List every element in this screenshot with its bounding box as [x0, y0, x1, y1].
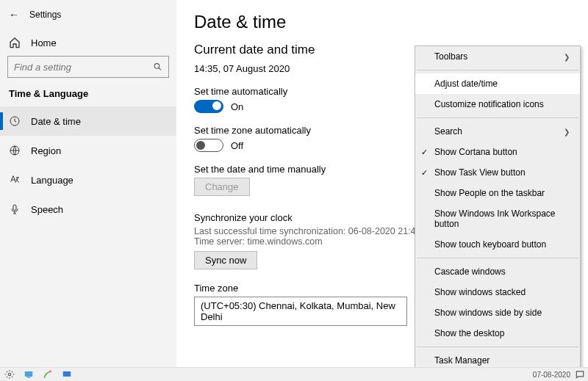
search-icon — [153, 62, 162, 72]
home-icon — [9, 37, 21, 48]
context-menu-separator — [417, 70, 578, 70]
toggle-state: Off — [231, 140, 243, 151]
nav-label: Language — [31, 175, 74, 186]
taskbar-icon-4[interactable] — [60, 368, 74, 381]
sidebar-home[interactable]: Home — [0, 29, 176, 56]
svg-point-0 — [154, 64, 159, 69]
context-menu-item[interactable]: Show windows side by side — [415, 302, 580, 323]
context-menu-item[interactable]: Customize notification icons — [415, 94, 580, 115]
page-title: Date & time — [194, 12, 570, 32]
context-menu-item-label: Show touch keyboard button — [434, 239, 546, 250]
nav-label: Speech — [31, 204, 63, 215]
context-menu-item-label: Search — [434, 126, 462, 137]
search-input[interactable] — [14, 62, 153, 73]
timezone-dropdown[interactable]: (UTC+05:30) Chennai, Kolkata, Mumbai, Ne… — [194, 297, 407, 326]
nav-date-time[interactable]: Date & time — [0, 106, 176, 136]
context-menu-item[interactable]: Show Windows Ink Workspace button — [415, 203, 580, 234]
context-menu-item-label: Customize notification icons — [434, 99, 544, 109]
svg-point-6 — [8, 373, 11, 376]
toggle-state: On — [231, 101, 243, 112]
nav-region[interactable]: Region — [0, 136, 176, 165]
svg-rect-8 — [27, 377, 31, 378]
context-menu-item[interactable]: Show Cortana button — [415, 142, 580, 162]
context-menu-item-label: Adjust date/time — [434, 79, 498, 89]
context-menu-item[interactable]: Show Task View button — [415, 162, 580, 183]
nav-label: Date & time — [31, 116, 81, 127]
context-menu-item-label: Show Cortana button — [434, 147, 517, 157]
sidebar-home-label: Home — [31, 37, 57, 48]
search-wrap — [0, 56, 176, 84]
notification-icon[interactable] — [575, 369, 585, 380]
taskbar-icon-2[interactable] — [22, 368, 35, 381]
svg-rect-4 — [13, 205, 16, 210]
context-menu-separator — [417, 346, 578, 347]
context-menu-item-label: Task Manager — [434, 355, 490, 366]
context-menu-item-label: Show Windows Ink Workspace button — [434, 208, 570, 229]
context-menu-item-label: Show the desktop — [434, 328, 504, 338]
nav-label: Region — [31, 145, 61, 156]
toggle-switch-off — [194, 139, 223, 152]
svg-line-1 — [159, 68, 161, 70]
svg-rect-7 — [25, 371, 33, 377]
taskbar-right: 07-08-2020 — [533, 369, 585, 380]
context-menu-item[interactable]: Show People on the taskbar — [415, 183, 580, 203]
change-button: Change — [194, 178, 250, 196]
language-icon — [9, 174, 21, 186]
context-menu-item-label: Show Task View button — [434, 167, 526, 178]
sidebar-category: Time & Language — [0, 84, 176, 106]
context-menu-item[interactable]: Search❯ — [415, 121, 580, 142]
context-menu-item[interactable]: Show windows stacked — [415, 282, 580, 302]
taskbar-context-menu: Toolbars❯Adjust date/timeCustomize notif… — [415, 46, 581, 381]
back-button[interactable]: ← — [9, 9, 26, 21]
search-box[interactable] — [7, 56, 169, 78]
toggle-switch-on — [194, 100, 223, 113]
svg-point-9 — [49, 370, 52, 373]
nav-language[interactable]: Language — [0, 165, 176, 195]
window-title: Settings — [26, 10, 61, 20]
sidebar-header: ← Settings — [0, 0, 176, 29]
context-menu-separator — [417, 117, 578, 118]
nav-list: Date & time Region Language Speech — [0, 106, 176, 224]
context-menu-item-label: Show windows stacked — [434, 287, 526, 297]
taskbar-icon-3[interactable] — [41, 368, 54, 381]
sidebar: ← Settings Home Time & Language Date & t… — [0, 0, 176, 367]
sync-now-button[interactable]: Sync now — [194, 251, 257, 269]
clock-icon — [9, 115, 21, 127]
context-menu-separator — [417, 258, 578, 258]
context-menu-item-label: Show People on the taskbar — [434, 188, 545, 198]
taskbar[interactable]: 07-08-2020 — [0, 367, 588, 381]
context-menu-item[interactable]: Cascade windows — [415, 261, 580, 282]
context-menu-item[interactable]: Toolbars❯ — [415, 46, 580, 67]
context-menu-item-label: Show windows side by side — [434, 308, 542, 318]
taskbar-clock[interactable]: 07-08-2020 — [533, 371, 570, 379]
chevron-right-icon: ❯ — [564, 128, 570, 136]
globe-icon — [9, 145, 21, 156]
context-menu-item-label: Toolbars — [434, 51, 467, 62]
context-menu-item[interactable]: Adjust date/time — [415, 73, 580, 94]
nav-speech[interactable]: Speech — [0, 195, 176, 224]
microphone-icon — [9, 203, 21, 215]
svg-rect-10 — [63, 371, 71, 377]
context-menu-item[interactable]: Show touch keyboard button — [415, 234, 580, 255]
taskbar-icon-1[interactable] — [3, 368, 16, 381]
context-menu-item[interactable]: Show the desktop — [415, 323, 580, 344]
context-menu-item-label: Cascade windows — [434, 266, 506, 277]
chevron-right-icon: ❯ — [564, 53, 570, 61]
